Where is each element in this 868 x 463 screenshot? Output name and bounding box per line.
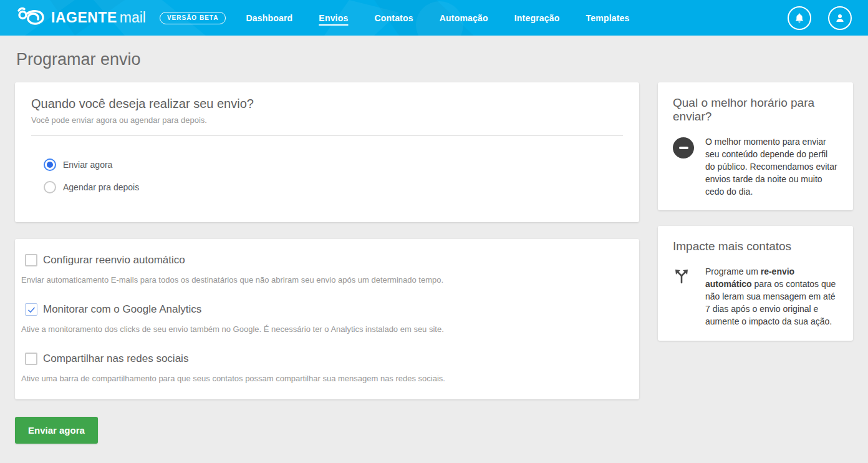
brand-name: IAGENTE — [51, 9, 117, 26]
page-content: Programar envio Quando você deseja reali… — [0, 36, 868, 444]
account-button[interactable] — [828, 6, 852, 30]
checkbox-row-redes-sociais[interactable]: Compartilhar nas redes sociais — [25, 353, 623, 365]
nav-item-envios[interactable]: Envios — [319, 13, 348, 23]
nav-item-dashboard[interactable]: Dashboard — [246, 13, 292, 23]
user-icon — [834, 12, 846, 24]
checkbox-label: Configurar reenvio automático — [43, 254, 185, 266]
option-redes-sociais: Compartilhar nas redes sociais Ative uma… — [21, 353, 623, 383]
nav-item-automacao[interactable]: Automação — [440, 13, 488, 23]
impact-title: Impacte mais contatos — [673, 240, 838, 253]
brand-product: mail — [120, 9, 146, 26]
nav-item-integracao[interactable]: Integração — [514, 13, 560, 23]
divider — [31, 135, 623, 136]
schedule-card-subtitle: Você pode enviar agora ou agendar para d… — [31, 115, 623, 125]
top-navbar: IAGENTE mail VERSÃO BETA Dashboard Envio… — [0, 0, 868, 36]
checkbox-description: Ative uma barra de compartilhamento para… — [21, 374, 623, 383]
nav-item-templates[interactable]: Templates — [586, 13, 630, 23]
radio-circle — [44, 158, 56, 171]
checkbox-checked — [25, 303, 37, 316]
main-nav: Dashboard Envios Contatos Automação Inte… — [246, 13, 629, 23]
best-time-card: Qual o melhor horário para enviar? O mel… — [658, 82, 853, 210]
impact-card: Impacte mais contatos — [658, 226, 853, 340]
radio-circle — [44, 181, 56, 193]
main-column: Quando você deseja realizar seu envio? V… — [15, 82, 639, 444]
option-reenvio-automatico: Configurar reenvio automático Enviar aut… — [21, 254, 623, 285]
best-time-title: Qual o melhor horário para enviar? — [673, 96, 838, 124]
option-google-analytics: Monitorar com o Google Analytics Ative a… — [21, 303, 623, 334]
impact-text: Programe um re-envio automático para os … — [705, 266, 838, 328]
split-arrows-icon — [673, 267, 690, 285]
beta-badge: VERSÃO BETA — [160, 12, 226, 24]
checkbox-description: Enviar automaticamento E-mails para todo… — [21, 275, 623, 285]
radio-label: Enviar agora — [63, 160, 112, 170]
schedule-card: Quando você deseja realizar seu envio? V… — [15, 82, 639, 222]
notifications-button[interactable] — [788, 6, 811, 30]
radio-agendar-depois[interactable]: Agendar pra depois — [44, 176, 623, 198]
checkbox-label: Compartilhar nas redes sociais — [43, 353, 188, 365]
checkbox-description: Ative a monitoramento dos clicks de seu … — [21, 324, 623, 334]
checkbox-label: Monitorar com o Google Analytics — [43, 303, 201, 316]
radio-enviar-agora[interactable]: Enviar agora — [44, 154, 623, 176]
brand[interactable]: IAGENTE mail VERSÃO BETA — [16, 6, 226, 31]
page-title: Programar envio — [15, 36, 853, 82]
iagente-logo-icon — [16, 6, 45, 31]
side-column: Qual o melhor horário para enviar? O mel… — [658, 82, 853, 341]
send-now-button[interactable]: Enviar agora — [15, 417, 98, 444]
checkbox-unchecked — [25, 254, 37, 266]
minus-circle-icon — [673, 137, 694, 158]
brand-wordmark: IAGENTE mail — [51, 9, 146, 26]
bell-icon — [794, 12, 805, 24]
checkbox-row-reenvio[interactable]: Configurar reenvio automático — [25, 254, 623, 266]
best-time-text: O melhor momento para enviar seu conteúd… — [705, 136, 838, 198]
nav-item-contatos[interactable]: Contatos — [374, 13, 413, 23]
header-actions — [788, 6, 852, 30]
checkbox-row-analytics[interactable]: Monitorar com o Google Analytics — [25, 303, 623, 316]
send-timing-radio-group: Enviar agora Agendar pra depois — [31, 154, 623, 198]
checkbox-unchecked — [25, 353, 37, 365]
schedule-card-title: Quando você deseja realizar seu envio? — [31, 97, 623, 111]
options-card: Configurar reenvio automático Enviar aut… — [15, 239, 639, 399]
radio-label: Agendar pra depois — [63, 182, 139, 192]
